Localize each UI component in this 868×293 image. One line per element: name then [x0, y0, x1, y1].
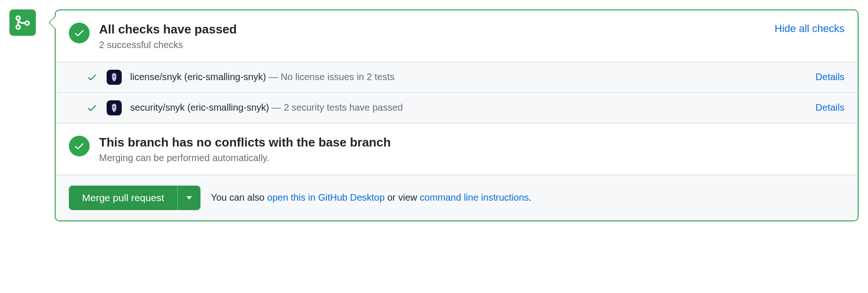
check-icon: [74, 140, 85, 152]
conflict-title: This branch has no conflicts with the ba…: [99, 135, 844, 151]
status-success-circle: [69, 136, 90, 156]
check-row: security/snyk (eric-smalling-snyk) — 2 s…: [56, 93, 858, 123]
snyk-icon: [109, 103, 119, 113]
check-separator: —: [268, 72, 281, 82]
check-status-icon: [86, 102, 98, 114]
merge-status-panel: All checks have passed 2 successful chec…: [55, 9, 859, 221]
check-text: security/snyk (eric-smalling-snyk) — 2 s…: [130, 102, 807, 113]
check-name: security/snyk (eric-smalling-snyk): [130, 102, 269, 113]
check-details-link[interactable]: Details: [816, 102, 844, 113]
panel-pointer: [36, 9, 55, 36]
merge-pull-request-button[interactable]: Merge pull request: [69, 186, 177, 210]
check-description: No license issues in 2 tests: [281, 72, 394, 82]
check-icon: [74, 27, 85, 39]
git-merge-icon: [15, 15, 31, 31]
check-status-icon: [86, 71, 98, 83]
merge-options-dropdown[interactable]: [177, 186, 200, 210]
helper-suffix: .: [529, 192, 532, 203]
merge-timeline-badge: [9, 9, 36, 36]
helper-middle: or view: [384, 192, 419, 203]
snyk-app-avatar: [107, 70, 122, 85]
check-description: 2 security tests have passed: [284, 102, 403, 113]
caret-down-icon: [186, 195, 192, 201]
check-separator: —: [272, 102, 284, 113]
toggle-checks-link[interactable]: Hide all checks: [775, 23, 844, 35]
helper-prefix: You can also: [211, 192, 267, 203]
snyk-icon: [109, 72, 119, 82]
check-details-link[interactable]: Details: [816, 72, 844, 82]
conflict-section: This branch has no conflicts with the ba…: [56, 123, 858, 175]
check-name: license/snyk (eric-smalling-snyk): [130, 72, 266, 82]
check-icon: [87, 103, 97, 113]
command-line-instructions-link[interactable]: command line instructions: [420, 192, 529, 203]
checks-summary-subtitle: 2 successful checks: [99, 40, 844, 50]
merge-footer: Merge pull request You can also open thi…: [56, 175, 858, 220]
open-github-desktop-link[interactable]: open this in GitHub Desktop: [267, 192, 384, 203]
merge-helper-text: You can also open this in GitHub Desktop…: [211, 192, 532, 203]
snyk-app-avatar: [107, 100, 122, 115]
check-text: license/snyk (eric-smalling-snyk) — No l…: [130, 72, 807, 82]
status-success-circle: [69, 23, 90, 43]
check-icon: [87, 72, 97, 82]
merge-button-group: Merge pull request: [69, 186, 200, 210]
conflict-subtitle: Merging can be performed automatically.: [99, 153, 844, 163]
checks-list: license/snyk (eric-smalling-snyk) — No l…: [56, 62, 858, 123]
svg-point-0: [16, 16, 20, 20]
svg-point-2: [25, 21, 29, 25]
svg-point-1: [16, 25, 20, 29]
checks-summary-title: All checks have passed: [99, 22, 844, 38]
checks-summary-section: All checks have passed 2 successful chec…: [56, 10, 858, 62]
check-row: license/snyk (eric-smalling-snyk) — No l…: [56, 62, 858, 93]
